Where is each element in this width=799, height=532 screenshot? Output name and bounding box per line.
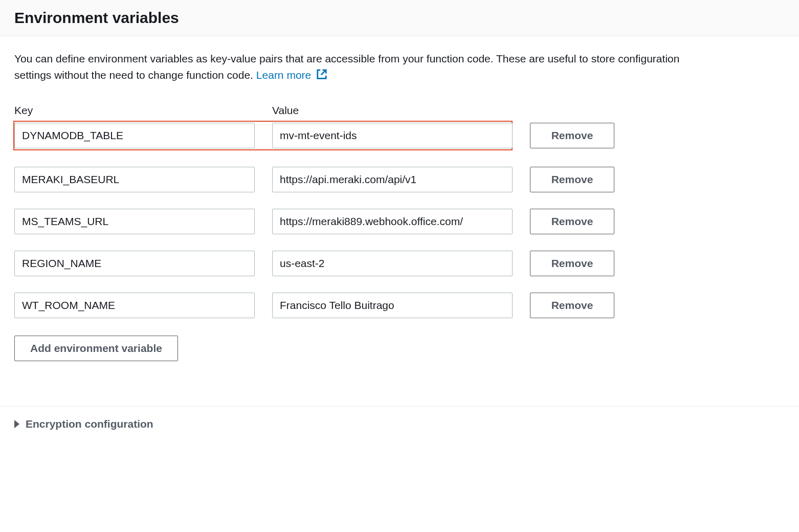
add-environment-variable-button[interactable]: Add environment variable [14, 336, 178, 361]
expander-label: Encryption configuration [26, 418, 153, 430]
env-var-row-actions: Remove [530, 293, 623, 318]
external-link-icon [316, 68, 327, 84]
env-var-row-actions: Remove [530, 251, 623, 276]
description-body: You can define environment variables as … [14, 53, 679, 81]
remove-button[interactable]: Remove [530, 251, 614, 276]
env-key-input[interactable] [14, 293, 255, 318]
env-key-input[interactable] [14, 251, 255, 276]
env-key-input[interactable] [14, 167, 255, 192]
caret-right-icon [14, 420, 19, 428]
env-value-input[interactable] [272, 293, 513, 318]
learn-more-link[interactable]: Learn more [256, 69, 327, 81]
env-var-grid: Key Value Remove Remove Remove Remove [14, 104, 623, 318]
env-value-input[interactable] [272, 251, 513, 276]
env-var-row-actions: Remove [530, 167, 623, 192]
column-header-value: Value [272, 104, 513, 117]
env-value-input[interactable] [272, 167, 513, 192]
env-var-row-actions: Remove [530, 123, 623, 148]
remove-button[interactable]: Remove [530, 123, 614, 148]
page-title: Environment variables [14, 9, 785, 27]
description-text: You can define environment variables as … [14, 51, 690, 84]
column-header-key: Key [14, 104, 255, 117]
env-value-input[interactable] [272, 209, 513, 234]
panel-body: You can define environment variables as … [0, 36, 799, 375]
env-var-row-highlight [13, 121, 513, 150]
remove-button[interactable]: Remove [530, 167, 614, 192]
env-key-input[interactable] [14, 123, 255, 148]
env-var-row-actions: Remove [530, 209, 623, 234]
env-key-input[interactable] [14, 209, 255, 234]
remove-button[interactable]: Remove [530, 209, 614, 234]
encryption-configuration-expander[interactable]: Encryption configuration [0, 407, 799, 441]
env-value-input[interactable] [272, 123, 513, 148]
learn-more-label: Learn more [256, 69, 311, 81]
remove-button[interactable]: Remove [530, 293, 614, 318]
panel-header: Environment variables [0, 0, 799, 36]
